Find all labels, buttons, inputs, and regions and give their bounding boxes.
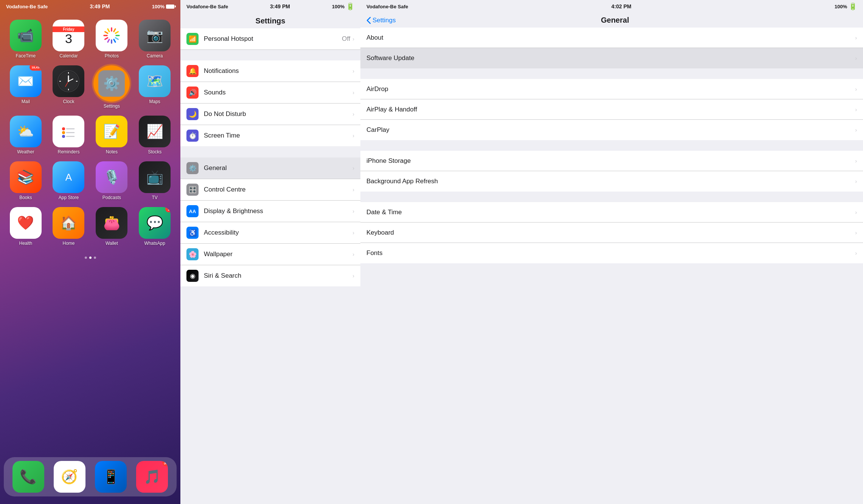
app-mail[interactable]: ✉️ 18,434 Mail bbox=[8, 65, 44, 109]
settings-title: Settings bbox=[256, 17, 286, 25]
settings-row-hotspot[interactable]: 📶 Personal Hotspot Off › bbox=[180, 28, 360, 50]
general-label: General bbox=[204, 164, 352, 172]
general-row-airplay[interactable]: AirPlay & Handoff › bbox=[360, 99, 863, 120]
general-chevron: › bbox=[352, 165, 354, 171]
settings-icon: ⚙️ bbox=[98, 70, 125, 97]
app-photos[interactable]: Photos bbox=[93, 20, 130, 59]
backgroundrefresh-chevron: › bbox=[855, 178, 857, 184]
backgroundrefresh-label: Background App Refresh bbox=[366, 178, 855, 185]
app-weather[interactable]: ⛅ Weather bbox=[8, 116, 44, 155]
general-row-carplay[interactable]: CarPlay › bbox=[360, 120, 863, 140]
settings-row-controlcentre[interactable]: 🎛️ Control Centre › bbox=[180, 179, 360, 201]
settings-row-general[interactable]: ⚙️ General › bbox=[180, 158, 360, 179]
settings-ring: ⚙️ bbox=[93, 65, 130, 102]
app-whatsapp[interactable]: 💬 1 WhatsApp bbox=[137, 207, 173, 246]
settings-row-display[interactable]: AA Display & Brightness › bbox=[180, 201, 360, 222]
app-facetime[interactable]: 📹 FaceTime bbox=[8, 20, 44, 59]
settings-row-sounds[interactable]: 🔊 Sounds › bbox=[180, 82, 360, 104]
general-row-datetime[interactable]: Date & Time › bbox=[360, 202, 863, 223]
app-tv[interactable]: 📺 TV bbox=[137, 161, 173, 200]
camera-icon: 📷 bbox=[139, 20, 171, 51]
app-maps[interactable]: 🗺️ Maps bbox=[137, 65, 173, 109]
podcasts-label: Podcasts bbox=[102, 195, 121, 200]
appstore-icon: A bbox=[53, 161, 84, 193]
settings-row-notifications[interactable]: 🔔 Notifications › bbox=[180, 60, 360, 82]
safari-icon: 🧭 bbox=[54, 461, 85, 493]
battery-home: 100% bbox=[152, 4, 174, 9]
app-calendar[interactable]: Friday 3 Calendar bbox=[51, 20, 87, 59]
music-icon: 🎵 39 bbox=[136, 461, 168, 493]
settings-label: Settings bbox=[104, 104, 120, 109]
battery-icon-home bbox=[166, 5, 174, 9]
app-health[interactable]: ❤️ Health bbox=[8, 207, 44, 246]
weather-icon: ⛅ bbox=[10, 116, 42, 147]
general-row-fonts[interactable]: Fonts › bbox=[360, 243, 863, 263]
keyboard-chevron: › bbox=[855, 230, 857, 236]
app-clock[interactable]: Clock bbox=[51, 65, 87, 109]
wallpaper-icon: 🌸 bbox=[186, 248, 199, 260]
settings-row-screentime[interactable]: ⏱️ Screen Time › bbox=[180, 125, 360, 146]
fonts-label: Fonts bbox=[366, 249, 855, 257]
home-label: Home bbox=[62, 241, 75, 246]
svg-point-26 bbox=[62, 131, 65, 134]
dock-phone[interactable]: 📞 bbox=[12, 461, 44, 493]
datetime-label: Date & Time bbox=[366, 209, 855, 216]
controlcentre-label: Control Centre bbox=[204, 186, 352, 193]
sounds-chevron: › bbox=[352, 90, 354, 96]
app-podcasts[interactable]: 🎙️ Podcasts bbox=[93, 161, 130, 200]
keyboard-label: Keyboard bbox=[366, 229, 855, 237]
settings-row-accessibility[interactable]: ♿ Accessibility › bbox=[180, 222, 360, 244]
controlcentre-chevron: › bbox=[352, 187, 354, 193]
datetime-chevron: › bbox=[855, 209, 857, 215]
general-row-backgroundrefresh[interactable]: Background App Refresh › bbox=[360, 171, 863, 192]
cal-date: 3 bbox=[65, 32, 72, 45]
app-settings[interactable]: ⚙️ Settings bbox=[93, 65, 130, 109]
dock-truecaller[interactable]: 📱 bbox=[95, 461, 127, 493]
maps-icon: 🗺️ bbox=[139, 65, 171, 97]
app-notes[interactable]: 📝 Notes bbox=[93, 116, 130, 155]
dock-safari[interactable]: 🧭 bbox=[54, 461, 85, 493]
dnd-chevron: › bbox=[352, 111, 354, 117]
status-bar-home: Vodafone-Be Safe 3:49 PM 100% bbox=[0, 0, 180, 13]
app-stocks[interactable]: 📈 Stocks bbox=[137, 116, 173, 155]
dock-music[interactable]: 🎵 39 bbox=[136, 461, 168, 493]
general-row-iphonestorage[interactable]: iPhone Storage › bbox=[360, 151, 863, 171]
accessibility-label: Accessibility bbox=[204, 229, 352, 237]
carrier-settings: Vodafone-Be Safe bbox=[186, 4, 228, 9]
music-badge: 39 bbox=[162, 461, 168, 466]
about-label: About bbox=[366, 34, 855, 42]
app-camera[interactable]: 📷 Camera bbox=[137, 20, 173, 59]
settings-row-wallpaper[interactable]: 🌸 Wallpaper › bbox=[180, 244, 360, 265]
general-row-softwareupdate[interactable]: Software Update › bbox=[360, 48, 863, 68]
settings-row-siri[interactable]: ◉ Siri & Search › bbox=[180, 265, 360, 286]
airplay-label: AirPlay & Handoff bbox=[366, 106, 855, 113]
health-icon: ❤️ bbox=[10, 207, 42, 239]
back-button[interactable]: Settings bbox=[366, 17, 396, 24]
notes-label: Notes bbox=[106, 149, 118, 155]
reminders-icon bbox=[53, 116, 84, 147]
battery-pct-home: 100% bbox=[152, 4, 165, 9]
softwareupdate-chevron: › bbox=[855, 55, 857, 61]
general-row-airdrop[interactable]: AirDrop › bbox=[360, 79, 863, 99]
general-row-about[interactable]: About › bbox=[360, 28, 863, 48]
whatsapp-label: WhatsApp bbox=[144, 241, 165, 246]
app-wallet[interactable]: 👛 Wallet bbox=[93, 207, 130, 246]
page-dot-1 bbox=[85, 257, 87, 259]
mail-icon: ✉️ 18,434 bbox=[10, 65, 42, 97]
stocks-icon: 📈 bbox=[139, 116, 171, 147]
dnd-label: Do Not Disturb bbox=[204, 110, 352, 118]
carrier-general: Vodafone-Be Safe bbox=[366, 4, 408, 9]
settings-header: Settings bbox=[180, 13, 360, 28]
app-books[interactable]: 📚 Books bbox=[8, 161, 44, 200]
display-label: Display & Brightness bbox=[204, 207, 352, 215]
app-home[interactable]: 🏠 Home bbox=[51, 207, 87, 246]
app-reminders[interactable]: Reminders bbox=[51, 116, 87, 155]
general-section-2: AirDrop › AirPlay & Handoff › CarPlay › bbox=[360, 79, 863, 140]
settings-section-1: 🔔 Notifications › 🔊 Sounds › 🌙 Do Not Di… bbox=[180, 60, 360, 146]
settings-row-dnd[interactable]: 🌙 Do Not Disturb › bbox=[180, 104, 360, 125]
battery-pct-settings: 100% bbox=[332, 4, 345, 9]
app-appstore[interactable]: A App Store bbox=[51, 161, 87, 200]
tv-icon: 📺 bbox=[139, 161, 171, 193]
general-row-keyboard[interactable]: Keyboard › bbox=[360, 223, 863, 243]
softwareupdate-label: Software Update bbox=[366, 54, 855, 62]
